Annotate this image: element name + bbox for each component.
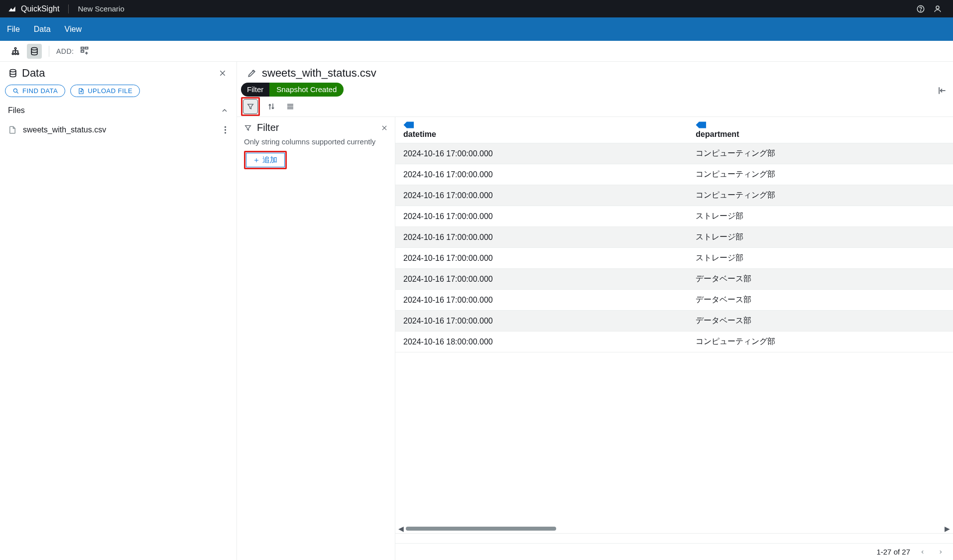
svg-rect-9: [81, 50, 84, 52]
hscroll-track[interactable]: [406, 527, 943, 531]
sort-tool-button[interactable]: [264, 99, 279, 114]
menu-file[interactable]: File: [7, 25, 20, 34]
find-data-button[interactable]: FIND DATA: [5, 85, 65, 97]
page-range: 1-27 of 27: [876, 548, 910, 556]
menubar: File Data View: [0, 17, 953, 41]
upload-file-label: UPLOAD FILE: [88, 87, 132, 95]
prev-page-button[interactable]: [917, 548, 928, 557]
cell-department: コンピューティング部: [688, 164, 953, 185]
svg-point-15: [225, 132, 226, 133]
close-data-panel[interactable]: [217, 67, 229, 79]
col-datetime-label: datetime: [403, 130, 436, 138]
topbar-divider: [68, 4, 69, 13]
scenario-title[interactable]: New Scenario: [78, 4, 124, 13]
svg-point-3: [14, 47, 16, 49]
dataset-title-text: sweets_with_status.csv: [262, 67, 376, 80]
filter-status-pill-row: Filter Snapshot Created: [237, 80, 953, 97]
cell-department: データベース部: [688, 311, 953, 332]
database-small-icon: [8, 68, 18, 78]
svg-point-1: [920, 10, 921, 11]
cell-datetime: 2024-10-16 17:00:00.000: [395, 290, 688, 311]
table-scroll[interactable]: datetime department 2024-10-16 1: [395, 117, 953, 524]
filter-status-pill: Filter Snapshot Created: [241, 83, 344, 97]
database-icon[interactable]: [27, 44, 42, 59]
cell-datetime: 2024-10-16 17:00:00.000: [395, 185, 688, 206]
col-department-label: department: [696, 130, 739, 138]
table-footer: 1-27 of 27: [395, 543, 953, 560]
svg-rect-10: [85, 47, 88, 49]
cell-department: ストレージ部: [688, 227, 953, 248]
menu-view[interactable]: View: [65, 25, 82, 34]
tag-icon: [403, 121, 680, 129]
col-head-department[interactable]: department: [688, 117, 953, 143]
cell-department: ストレージ部: [688, 206, 953, 227]
scroll-left-icon[interactable]: ◀: [398, 525, 404, 533]
cell-department: コンピューティング部: [688, 332, 953, 352]
more-icon[interactable]: [222, 123, 229, 137]
chevron-up-icon[interactable]: [221, 107, 229, 114]
next-page-button[interactable]: [935, 548, 946, 557]
highlight-add-filter: 追加: [244, 151, 287, 169]
rows-tool-button[interactable]: [283, 99, 298, 114]
tag-icon: [696, 121, 945, 129]
col-head-datetime[interactable]: datetime: [395, 117, 688, 143]
edit-icon[interactable]: [247, 68, 257, 78]
file-row[interactable]: sweets_with_status.csv: [0, 119, 237, 141]
cell-datetime: 2024-10-16 17:00:00.000: [395, 311, 688, 332]
file-icon: [8, 124, 17, 135]
table-row[interactable]: 2024-10-16 17:00:00.000データベース部: [395, 311, 953, 332]
filter-note: Only string columns supported currently: [244, 137, 388, 146]
cell-datetime: 2024-10-16 17:00:00.000: [395, 227, 688, 248]
table-row[interactable]: 2024-10-16 17:00:00.000コンピューティング部: [395, 143, 953, 164]
table-row[interactable]: 2024-10-16 18:00:00.000コンピューティング部: [395, 332, 953, 352]
data-table: datetime department 2024-10-16 1: [395, 117, 953, 352]
content-panel: sweets_with_status.csv Filter Snapshot C…: [237, 62, 953, 560]
rows-icon: [286, 102, 295, 111]
pill-filter-label: Filter: [241, 83, 269, 97]
table-row[interactable]: 2024-10-16 17:00:00.000ストレージ部: [395, 248, 953, 269]
table-row[interactable]: 2024-10-16 17:00:00.000データベース部: [395, 269, 953, 290]
cell-department: コンピューティング部: [688, 143, 953, 164]
app-topbar: QuickSight New Scenario: [0, 0, 953, 17]
table-row[interactable]: 2024-10-16 17:00:00.000コンピューティング部: [395, 164, 953, 185]
help-icon[interactable]: [912, 2, 929, 15]
table-row[interactable]: 2024-10-16 17:00:00.000ストレージ部: [395, 206, 953, 227]
table-row[interactable]: 2024-10-16 17:00:00.000データベース部: [395, 290, 953, 311]
hierarchy-icon[interactable]: [8, 44, 23, 59]
filter-tool-button[interactable]: [243, 99, 258, 114]
brand: QuickSight: [7, 4, 59, 14]
filter-panel-title: Filter: [257, 122, 279, 133]
dataset-title: sweets_with_status.csv: [247, 67, 376, 80]
upload-file-button[interactable]: UPLOAD FILE: [70, 85, 140, 97]
add-filter-label: 追加: [262, 155, 277, 165]
dataset-tools: [237, 97, 953, 116]
pill-status-label: Snapshot Created: [269, 83, 344, 97]
find-data-label: FIND DATA: [22, 87, 58, 95]
scroll-right-icon[interactable]: ▶: [945, 525, 950, 533]
filter-panel: Filter Only string columns supported cur…: [237, 117, 395, 560]
main: Data FIND DATA UPLOAD FILE Files: [0, 62, 953, 560]
cell-datetime: 2024-10-16 17:00:00.000: [395, 143, 688, 164]
files-head-label: Files: [8, 106, 25, 115]
data-panel-title: Data: [8, 67, 212, 80]
svg-point-7: [31, 47, 37, 50]
svg-point-12: [13, 89, 17, 92]
menu-data[interactable]: Data: [34, 25, 51, 34]
svg-point-6: [17, 53, 18, 54]
funnel-small-icon: [244, 124, 252, 132]
cell-datetime: 2024-10-16 17:00:00.000: [395, 164, 688, 185]
user-icon[interactable]: [929, 2, 946, 15]
svg-point-11: [10, 70, 16, 72]
files-section-head[interactable]: Files: [0, 102, 237, 119]
add-block-icon[interactable]: [78, 44, 93, 59]
hscroll[interactable]: ◀ ▶: [395, 524, 953, 533]
add-filter-button[interactable]: 追加: [246, 153, 285, 167]
hscroll-thumb[interactable]: [406, 527, 556, 531]
cell-datetime: 2024-10-16 17:00:00.000: [395, 248, 688, 269]
close-filter-panel[interactable]: [381, 124, 388, 131]
brand-label: QuickSight: [21, 4, 59, 13]
table-row[interactable]: 2024-10-16 17:00:00.000ストレージ部: [395, 227, 953, 248]
sort-icon: [267, 102, 276, 111]
table-row[interactable]: 2024-10-16 17:00:00.000コンピューティング部: [395, 185, 953, 206]
cell-datetime: 2024-10-16 18:00:00.000: [395, 332, 688, 352]
